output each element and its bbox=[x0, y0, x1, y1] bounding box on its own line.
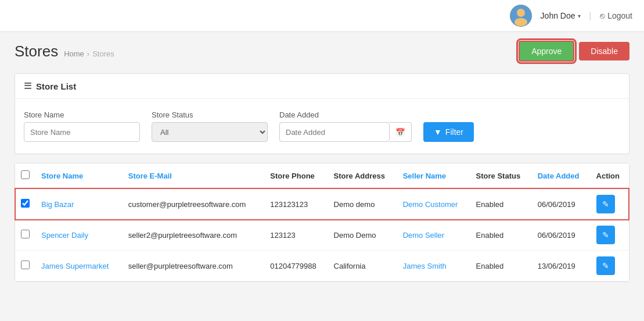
page-title: Stores bbox=[15, 42, 58, 60]
filter-card-title: Store List bbox=[36, 81, 76, 91]
cell-store-status: Enabled bbox=[470, 220, 532, 251]
avatar bbox=[510, 5, 532, 27]
cell-store-address: Demo Demo bbox=[328, 220, 397, 251]
th-store-name: Store Name bbox=[35, 163, 123, 188]
store-name-filter-group: Store Name bbox=[24, 110, 140, 142]
filter-card: ☰ Store List Store Name Store Status All… bbox=[15, 73, 629, 154]
cell-store-email: customer@purpletreesoftware.com bbox=[123, 188, 264, 220]
cell-action: ✎ bbox=[591, 188, 629, 220]
calendar-icon: 📅 bbox=[395, 128, 405, 137]
disable-button[interactable]: Disable bbox=[579, 42, 629, 60]
cell-date-added: 06/06/2019 bbox=[532, 220, 591, 251]
th-checkbox bbox=[15, 163, 35, 188]
top-navigation: John Doe ▾ | ⎋ Logout bbox=[0, 0, 644, 32]
edit-button[interactable]: ✎ bbox=[596, 256, 615, 275]
table-card: Store Name Store E-Mail Store Phone Stor… bbox=[15, 163, 629, 282]
breadcrumb: Home › Stores bbox=[64, 49, 114, 58]
table-body: Big Bazarcustomer@purpletreesoftware.com… bbox=[15, 188, 629, 281]
cell-store-email: seller2@purpletreesoftware.com bbox=[123, 220, 264, 251]
edit-icon: ✎ bbox=[602, 261, 609, 270]
list-icon: ☰ bbox=[24, 81, 31, 91]
approve-button[interactable]: Approve bbox=[519, 41, 574, 62]
logout-icon: ⎋ bbox=[600, 11, 605, 20]
breadcrumb-home[interactable]: Home bbox=[64, 49, 84, 58]
table-header: Store Name Store E-Mail Store Phone Stor… bbox=[15, 163, 629, 188]
logout-button[interactable]: ⎋ Logout bbox=[600, 11, 632, 20]
th-store-phone: Store Phone bbox=[264, 163, 328, 188]
username-label: John Doe bbox=[541, 11, 575, 20]
svg-point-2 bbox=[515, 18, 527, 26]
edit-button[interactable]: ✎ bbox=[596, 226, 615, 244]
cell-store-address: Demo demo bbox=[328, 188, 397, 220]
cell-seller-name[interactable]: Demo Customer bbox=[397, 188, 470, 220]
cell-store-phone: 123123 bbox=[264, 220, 328, 251]
store-name-filter-label: Store Name bbox=[24, 110, 140, 119]
th-date-added: Date Added bbox=[532, 163, 591, 188]
cell-store-phone: 123123123 bbox=[264, 188, 328, 220]
stores-table: Store Name Store E-Mail Store Phone Stor… bbox=[15, 163, 629, 281]
breadcrumb-separator: › bbox=[87, 49, 89, 58]
cell-store-name: Big Bazar bbox=[35, 188, 123, 220]
cell-store-status: Enabled bbox=[470, 251, 532, 281]
logout-label: Logout bbox=[607, 11, 632, 20]
cell-store-email: seller@purpletreesoftware.com bbox=[123, 251, 264, 281]
filter-icon: ▼ bbox=[434, 127, 442, 137]
store-status-filter-group: Store Status All Enabled Disabled bbox=[152, 110, 268, 142]
table-row: Spencer Dailyseller2@purpletreesoftware.… bbox=[15, 220, 629, 251]
cell-date-added: 06/06/2019 bbox=[532, 188, 591, 220]
user-caret-icon: ▾ bbox=[578, 13, 581, 19]
filter-button-group: ▼ Filter bbox=[423, 122, 474, 142]
title-area: Stores Home › Stores bbox=[15, 42, 114, 60]
th-store-address: Store Address bbox=[328, 163, 397, 188]
page-header: Stores Home › Stores Approve Disable bbox=[0, 32, 644, 67]
th-store-email: Store E-Mail bbox=[123, 163, 264, 188]
cell-action: ✎ bbox=[591, 251, 629, 281]
user-menu[interactable]: John Doe ▾ bbox=[541, 11, 581, 20]
row-checkbox[interactable] bbox=[21, 199, 30, 208]
table-row: Big Bazarcustomer@purpletreesoftware.com… bbox=[15, 188, 629, 220]
calendar-button[interactable]: 📅 bbox=[390, 122, 412, 142]
filter-button[interactable]: ▼ Filter bbox=[423, 122, 474, 142]
th-seller-name: Seller Name bbox=[397, 163, 470, 188]
cell-store-name: James Supermarket bbox=[35, 251, 123, 281]
edit-icon: ✎ bbox=[602, 199, 609, 209]
cell-seller-name[interactable]: Demo Seller bbox=[397, 220, 470, 251]
page-actions: Approve Disable bbox=[519, 41, 629, 62]
breadcrumb-current: Stores bbox=[92, 49, 114, 58]
date-input-wrap: 📅 bbox=[279, 122, 412, 142]
main-content: ☰ Store List Store Name Store Status All… bbox=[0, 67, 644, 305]
row-checkbox[interactable] bbox=[21, 261, 30, 269]
th-store-status: Store Status bbox=[470, 163, 532, 188]
filter-body: Store Name Store Status All Enabled Disa… bbox=[15, 99, 629, 154]
store-status-select[interactable]: All Enabled Disabled bbox=[152, 122, 268, 142]
cell-action: ✎ bbox=[591, 220, 629, 251]
date-added-filter-label: Date Added bbox=[279, 110, 412, 119]
store-status-filter-label: Store Status bbox=[152, 110, 268, 119]
cell-store-name: Spencer Daily bbox=[35, 220, 123, 251]
nav-divider: | bbox=[589, 11, 592, 20]
th-action: Action bbox=[591, 163, 629, 188]
cell-store-address: California bbox=[328, 251, 397, 281]
table-row: James Supermarketseller@purpletreesoftwa… bbox=[15, 251, 629, 281]
edit-icon: ✎ bbox=[602, 230, 609, 240]
edit-button[interactable]: ✎ bbox=[596, 195, 615, 213]
svg-point-1 bbox=[517, 9, 525, 17]
filter-button-label: Filter bbox=[445, 127, 463, 137]
store-name-input[interactable] bbox=[24, 122, 140, 142]
row-checkbox[interactable] bbox=[21, 230, 30, 238]
filter-row: Store Name Store Status All Enabled Disa… bbox=[24, 110, 620, 142]
filter-card-header: ☰ Store List bbox=[15, 74, 629, 99]
date-added-input[interactable] bbox=[279, 122, 390, 142]
cell-seller-name[interactable]: James Smith bbox=[397, 251, 470, 281]
cell-store-phone: 01204779988 bbox=[264, 251, 328, 281]
cell-store-status: Enabled bbox=[470, 188, 532, 220]
select-all-checkbox[interactable] bbox=[21, 170, 30, 179]
cell-date-added: 13/06/2019 bbox=[532, 251, 591, 281]
date-added-filter-group: Date Added 📅 bbox=[279, 110, 412, 142]
